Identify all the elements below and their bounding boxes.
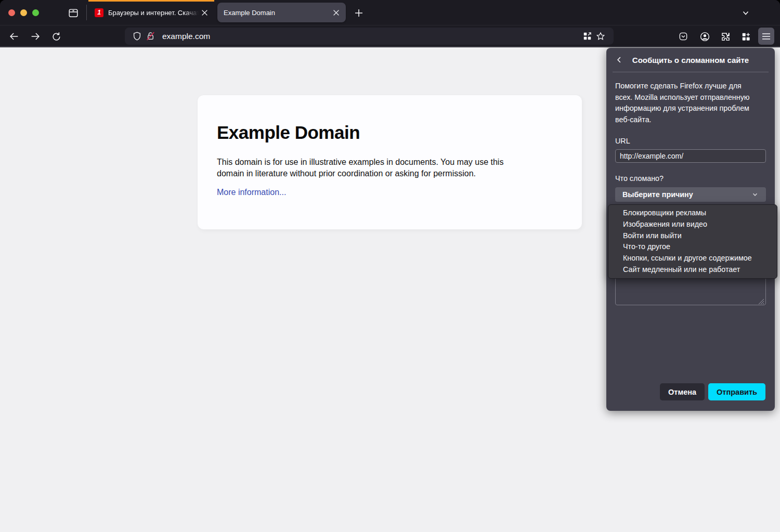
tracking-protection-shield-icon[interactable] — [130, 30, 144, 43]
pocket-button[interactable] — [675, 29, 691, 44]
collections-button[interactable] — [738, 29, 753, 44]
tab-title: Example Domain — [224, 9, 330, 17]
close-window-button[interactable] — [8, 9, 15, 16]
fullscreen-window-button[interactable] — [32, 9, 39, 16]
tab-favicon: 1 — [95, 8, 103, 17]
firefox-view-button[interactable] — [66, 6, 81, 20]
url-bar[interactable]: example.com — [125, 28, 614, 45]
reload-icon — [51, 31, 62, 42]
dropdown-option[interactable]: Кнопки, ссылки и другое содержимое — [608, 253, 777, 264]
reload-button[interactable] — [48, 29, 64, 44]
hamburger-menu-icon — [762, 33, 771, 40]
account-button[interactable] — [697, 29, 712, 44]
list-all-tabs-button[interactable] — [738, 5, 753, 21]
tab-bar: 1 Браузеры и интернет. Скачать Example D… — [0, 0, 780, 25]
back-arrow-icon — [8, 31, 20, 42]
reason-label: Что сломано? — [615, 174, 766, 183]
panel-divider — [613, 72, 769, 72]
forward-arrow-icon — [30, 31, 41, 42]
dropdown-option[interactable]: Изображения или видео — [608, 219, 777, 230]
tab-separator — [86, 5, 87, 20]
dropdown-option[interactable]: Блокировщики рекламы — [608, 207, 777, 219]
panel-header: Сообщить о сломанном сайте — [606, 48, 775, 72]
panel-actions: Отмена Отправить — [660, 383, 765, 400]
chevron-down-icon — [751, 191, 759, 198]
close-tab-icon[interactable] — [199, 7, 210, 18]
back-button[interactable] — [6, 29, 22, 44]
submit-button[interactable]: Отправить — [708, 383, 765, 400]
reason-dropdown-menu: Блокировщики рекламыИзображения или виде… — [608, 204, 777, 279]
reason-select[interactable]: Выберите причину — [615, 187, 766, 202]
tab-title: Браузеры и интернет. Скачать — [108, 9, 199, 17]
plus-icon — [354, 8, 363, 18]
page-title: Example Domain — [217, 122, 360, 143]
extensions-button[interactable] — [718, 29, 733, 44]
url-label: URL — [615, 137, 766, 145]
close-tab-icon[interactable] — [330, 7, 342, 18]
url-input[interactable] — [615, 149, 766, 163]
chevron-left-icon — [615, 55, 624, 64]
app-menu-button[interactable] — [758, 28, 774, 45]
tab-browsers-and-internet[interactable]: 1 Браузеры и интернет. Скачать — [88, 3, 214, 22]
dropdown-option[interactable]: Сайт медленный или не работает — [608, 264, 777, 276]
navigation-toolbar: example.com — [0, 25, 780, 47]
chevron-down-icon — [741, 8, 750, 18]
page-action-squares-icon[interactable] — [580, 30, 594, 43]
container-tab-indicator — [88, 0, 214, 2]
browser-window: 1 Браузеры и интернет. Скачать Example D… — [0, 0, 780, 532]
reason-select-value: Выберите причину — [622, 190, 693, 199]
cancel-button[interactable]: Отмена — [660, 383, 705, 400]
page-paragraph: This domain is for use in illustrative e… — [217, 157, 560, 179]
panel-title: Сообщить о сломанном сайте — [632, 56, 749, 64]
resize-grip-icon[interactable] — [758, 299, 764, 305]
minimize-window-button[interactable] — [20, 9, 27, 16]
squares-plus-icon — [741, 32, 751, 42]
pocket-icon — [678, 31, 688, 42]
dropdown-option[interactable]: Что-то другое — [608, 241, 777, 253]
bookmark-star-icon[interactable] — [594, 30, 607, 43]
forward-button[interactable] — [28, 29, 43, 44]
panel-description: Помогите сделать Firefox лучше для всех.… — [615, 81, 766, 125]
new-tab-button[interactable] — [351, 5, 367, 21]
panel-back-button[interactable] — [613, 53, 626, 67]
window-controls — [8, 9, 39, 16]
insecure-lock-icon[interactable] — [144, 30, 157, 43]
dropdown-option[interactable]: Войти или выйти — [608, 230, 777, 242]
tab-example-domain[interactable]: Example Domain — [217, 3, 346, 22]
account-icon — [699, 31, 710, 42]
puzzle-piece-icon — [720, 31, 731, 42]
more-information-link[interactable]: More information... — [217, 188, 286, 197]
url-text: example.com — [162, 32, 580, 41]
example-domain-card: Example Domain This domain is for use in… — [198, 95, 582, 229]
firefox-view-icon — [68, 7, 79, 19]
